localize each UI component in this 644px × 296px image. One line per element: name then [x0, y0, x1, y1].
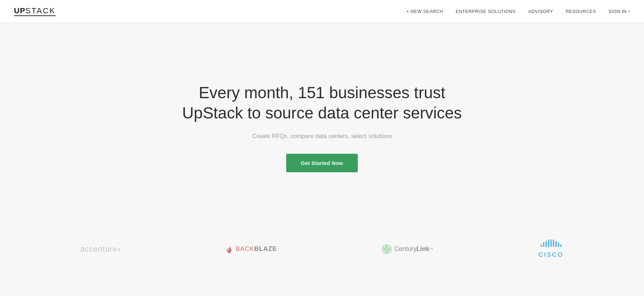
cisco-bar-5: [550, 239, 552, 247]
backblaze-label: BACKBLAZE: [236, 245, 277, 253]
centurylink-logo: CenturyLink™: [382, 244, 434, 254]
nav-links: + NEW SEARCH ENTERPRISE SOLUTIONS ADVISO…: [406, 9, 630, 14]
logo-text: UPSTACK: [14, 6, 56, 16]
centurylink-link: Link: [417, 245, 429, 252]
hero-heading: Every month, 151 businesses trust UpStac…: [179, 83, 465, 123]
hero-section: Every month, 151 businesses trust UpStac…: [0, 23, 644, 225]
chevron-down-icon: ▾: [628, 9, 630, 13]
nav-enterprise-solutions[interactable]: ENTERPRISE SOLUTIONS: [456, 9, 516, 14]
cisco-bar-3: [545, 241, 547, 247]
backblaze-flame-icon: [225, 244, 233, 254]
logo[interactable]: UPSTACK: [14, 6, 56, 16]
backblaze-logo: BACKBLAZE: [225, 244, 277, 254]
cisco-label: CISCO: [538, 251, 564, 259]
centurylink-century: Century: [395, 245, 417, 252]
cisco-bar-8: [558, 242, 559, 247]
accenture-logo: accenture ›: [80, 245, 120, 254]
accenture-arrow-icon: ›: [118, 245, 121, 253]
navbar: UPSTACK + NEW SEARCH ENTERPRISE SOLUTION…: [0, 0, 644, 23]
nav-sign-in[interactable]: SIGN IN ▾: [609, 9, 630, 14]
logos-section: accenture › BACKBLAZE CenturyLink™: [0, 225, 644, 276]
nav-resources[interactable]: RESOURCES: [566, 9, 596, 14]
cisco-logo: CISCO: [538, 239, 564, 259]
cisco-bar-6: [553, 239, 554, 247]
nav-advisory[interactable]: ADVISORY: [528, 9, 553, 14]
centurylink-trademark: ™: [429, 247, 434, 252]
logo-stack: STACK: [26, 6, 56, 15]
cisco-bars-icon: [541, 239, 562, 247]
cisco-bar-2: [543, 242, 544, 247]
get-started-button[interactable]: Get Started Now: [286, 154, 358, 172]
cisco-bar-7: [555, 241, 557, 247]
centurylink-icon: [382, 244, 392, 254]
cisco-bar-4: [548, 239, 549, 247]
backblaze-back: BACK: [236, 245, 254, 252]
hero-subtext: Create RFQs, compare data centers, selec…: [252, 133, 392, 140]
centurylink-label: CenturyLink™: [395, 245, 434, 253]
logo-up: UP: [14, 6, 26, 15]
cisco-bar-1: [541, 244, 542, 247]
nav-new-search[interactable]: + NEW SEARCH: [406, 9, 443, 14]
nav-sign-in-label: SIGN IN: [609, 9, 627, 14]
accenture-text: accenture: [80, 245, 117, 254]
cisco-bar-9: [560, 244, 562, 247]
backblaze-blaze: BLAZE: [254, 245, 277, 252]
